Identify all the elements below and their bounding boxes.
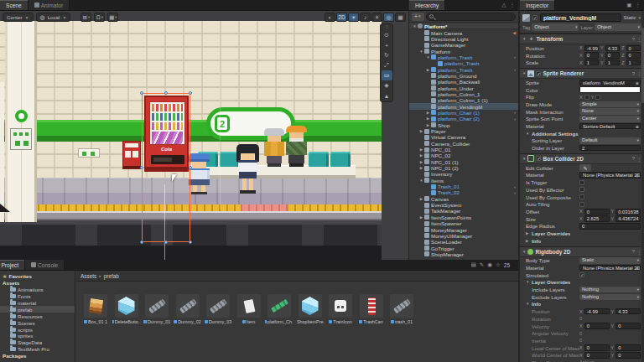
- hierarchy-item-items[interactable]: ▼Items: [409, 178, 518, 184]
- effects-button[interactable]: ✳: [371, 13, 382, 22]
- value-field[interactable]: 4.436724: [615, 215, 641, 222]
- checkbox[interactable]: [579, 180, 584, 185]
- grid-visual-button[interactable]: ⊞▾: [80, 13, 91, 22]
- hierarchy-item-npc-01[interactable]: ▶NPC_01: [409, 147, 518, 153]
- open-prefab-icon[interactable]: ›: [514, 67, 518, 72]
- hierarchy-item-gamemanager[interactable]: GameManager: [409, 42, 518, 48]
- snap-magnet-button[interactable]: Ω▾: [94, 13, 105, 22]
- hierarchy-item-platform-trash[interactable]: platform_Trash: [409, 60, 518, 66]
- object-field[interactable]: platform_VendingM: [579, 80, 641, 86]
- hierarchy-item-platform-chair-2[interactable]: ▶platform_Chair (2)›: [409, 116, 518, 122]
- platform-chair[interactable]: [309, 152, 329, 167]
- hierarchy-item-platform-vendingm[interactable]: platform_VendingM: [409, 103, 518, 109]
- asset-shopitempre[interactable]: ShopItemPre...: [296, 294, 325, 324]
- help-icon[interactable]: ?: [632, 249, 635, 254]
- platform-column[interactable]: [5, 21, 37, 222]
- foldout-arrow-icon[interactable]: ▶: [526, 239, 532, 243]
- tab-inspector[interactable]: Inspector: [520, 0, 555, 10]
- hierarchy-item-inventory[interactable]: Inventory: [409, 171, 518, 177]
- tab-hierarchy[interactable]: Hierarchy: [409, 0, 445, 10]
- value-field[interactable]: 0: [615, 344, 641, 351]
- asset-dummy-01[interactable]: Dummy_01: [143, 294, 171, 324]
- hierarchy-item-player[interactable]: ▶Player: [409, 128, 518, 134]
- more-icon[interactable]: ⋮: [636, 2, 641, 8]
- edit-icon[interactable]: ✎: [480, 261, 484, 268]
- dropdown[interactable]: Nothing: [579, 287, 641, 293]
- asset-platform-ch[interactable]: platform_Ch...: [265, 294, 293, 324]
- help-icon[interactable]: ?: [632, 71, 635, 76]
- tab-scene[interactable]: Scene: [0, 0, 29, 10]
- expand-arrow-icon[interactable]: ▶: [425, 68, 431, 72]
- object-field[interactable]: None (Physics Material 2D): [579, 265, 641, 272]
- foldout-arrow-icon[interactable]: ▼: [522, 71, 526, 75]
- open-prefab-icon[interactable]: ›: [514, 190, 518, 195]
- hierarchy-item-virtual-camera[interactable]: Virtual Camera: [409, 134, 518, 140]
- value-field[interactable]: 0: [584, 352, 610, 359]
- grid-button[interactable]: ▦: [395, 13, 406, 22]
- expand-arrow-icon[interactable]: ▼: [418, 49, 424, 54]
- object-field[interactable]: Sprites-Default: [579, 123, 641, 130]
- hierarchy-item-gotrigger[interactable]: GoTrigger: [409, 245, 518, 251]
- value-field[interactable]: 2: [579, 145, 641, 152]
- asset-trainicon[interactable]: TrainIcon: [326, 294, 355, 324]
- active-checkbox[interactable]: [532, 15, 538, 20]
- expand-arrow-icon[interactable]: ▼: [412, 24, 418, 28]
- value-field[interactable]: 0: [605, 52, 620, 59]
- hierarchy-item-platform-trash[interactable]: ▼platform_Trash›: [409, 54, 518, 60]
- hierarchy-item-main-camera[interactable]: Main Camera◀: [409, 29, 518, 35]
- add-gameobject-button[interactable]: +▼: [412, 13, 424, 21]
- foldout-arrow-icon[interactable]: ▶: [526, 231, 532, 235]
- expand-arrow-icon[interactable]: ▶: [418, 166, 424, 170]
- value-field[interactable]: -4.99: [584, 45, 599, 52]
- value-field[interactable]: 4.33: [615, 308, 641, 315]
- edit-collider-button[interactable]: ✎: [579, 164, 591, 172]
- hierarchy-item-platform-ground[interactable]: platform_Ground: [409, 73, 518, 79]
- hierarchy-item-platform[interactable]: ▼Platform: [409, 48, 518, 54]
- value-field[interactable]: 0.031638: [615, 209, 641, 215]
- platform-chair[interactable]: [330, 152, 351, 167]
- expand-arrow-icon[interactable]: ▶: [418, 153, 424, 158]
- layer-dropdown[interactable]: Object: [595, 23, 641, 31]
- character-schoolgirl[interactable]: [236, 144, 259, 195]
- row-info[interactable]: ▼Info: [520, 301, 644, 308]
- hierarchy-item-eventsystem[interactable]: EventSystem: [409, 202, 518, 208]
- folder-textmesh-pro[interactable]: TextMesh Pro: [0, 346, 75, 353]
- expand-arrow-icon[interactable]: ▶: [425, 123, 431, 127]
- checkbox[interactable]: [579, 202, 584, 207]
- hierarchy-item-itemspawner[interactable]: ItemSpawner: [409, 220, 518, 226]
- row-layer-overrides[interactable]: ▶Layer Overrides: [520, 230, 644, 237]
- asset-trash-01[interactable]: trash_01: [387, 294, 416, 324]
- hierarchy-item-itemspawnpoints[interactable]: ▶ItemSpawnPoints: [409, 215, 518, 220]
- rect-tool[interactable]: ▭: [382, 70, 392, 80]
- hierarchy-item-shop[interactable]: ▶Shop: [409, 122, 518, 128]
- foldout-arrow-icon[interactable]: ▼: [526, 280, 532, 284]
- expand-arrow-icon[interactable]: ▶: [418, 215, 424, 220]
- hierarchy-item-platform-backwall[interactable]: platform_Backwall: [409, 79, 518, 85]
- lock-icon[interactable]: △: [502, 2, 506, 8]
- hierarchy-item-platform-under[interactable]: platform_Under: [409, 85, 518, 90]
- hierarchy-item-talkmanager[interactable]: TalkManager: [409, 208, 518, 214]
- dropdown[interactable]: Static: [579, 257, 641, 264]
- value-field[interactable]: 0: [626, 52, 641, 59]
- scale-tool[interactable]: ⤢: [382, 60, 392, 70]
- component-header-rigidbody-2d[interactable]: ▼Rigidbody 2D?⋮: [520, 247, 644, 257]
- info-icon[interactable]: ◉: [487, 261, 492, 268]
- hierarchy-item-sceneloader[interactable]: SceneLoader: [409, 239, 518, 245]
- value-field[interactable]: 0: [584, 52, 599, 59]
- component-header-box-collider-2d[interactable]: ▼Box Collider 2D?⋮: [520, 154, 644, 164]
- folder-scenes[interactable]: Scenes: [0, 319, 75, 326]
- transform-tool[interactable]: ◈: [382, 80, 392, 90]
- checkbox[interactable]: [579, 194, 584, 199]
- value-field[interactable]: 0: [584, 323, 610, 329]
- open-prefab-icon[interactable]: ›: [514, 184, 518, 189]
- row-layer-overrides[interactable]: ▼Layer Overrides: [520, 279, 644, 287]
- hierarchy-item-trash-02[interactable]: Trash_02›: [409, 189, 518, 195]
- dropdown[interactable]: Center: [579, 116, 641, 122]
- hierarchy-item-moneymanager[interactable]: MoneyManager: [409, 226, 518, 232]
- expand-arrow-icon[interactable]: ▶: [418, 147, 424, 152]
- dropdown[interactable]: None: [579, 108, 641, 115]
- folder-packages[interactable]: Packages: [0, 353, 75, 359]
- tab-console[interactable]: Console: [25, 260, 65, 270]
- help-icon[interactable]: ?: [632, 37, 635, 42]
- lighting-button[interactable]: ☀: [348, 13, 359, 22]
